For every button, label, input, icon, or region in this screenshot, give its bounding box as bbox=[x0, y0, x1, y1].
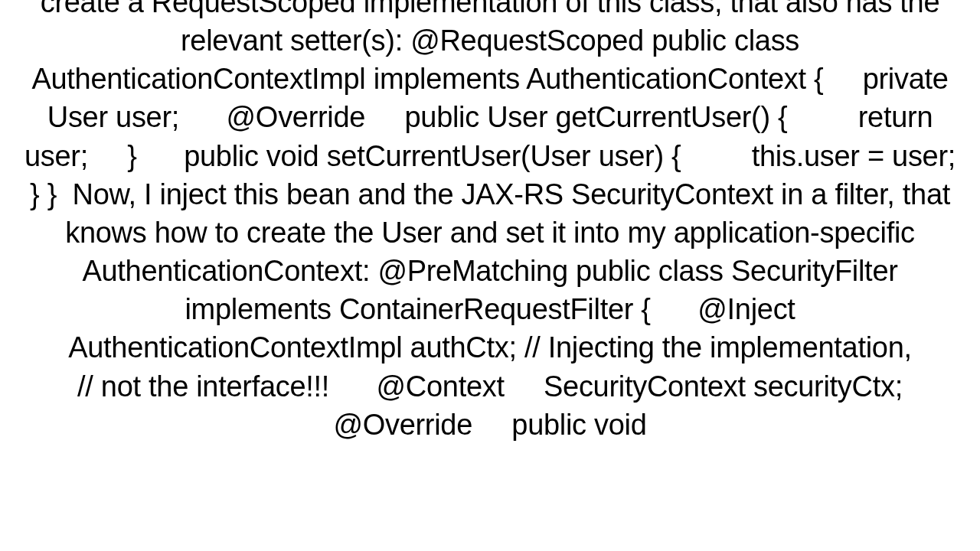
document-body: create a RequestScoped implementation of… bbox=[8, 0, 972, 444]
